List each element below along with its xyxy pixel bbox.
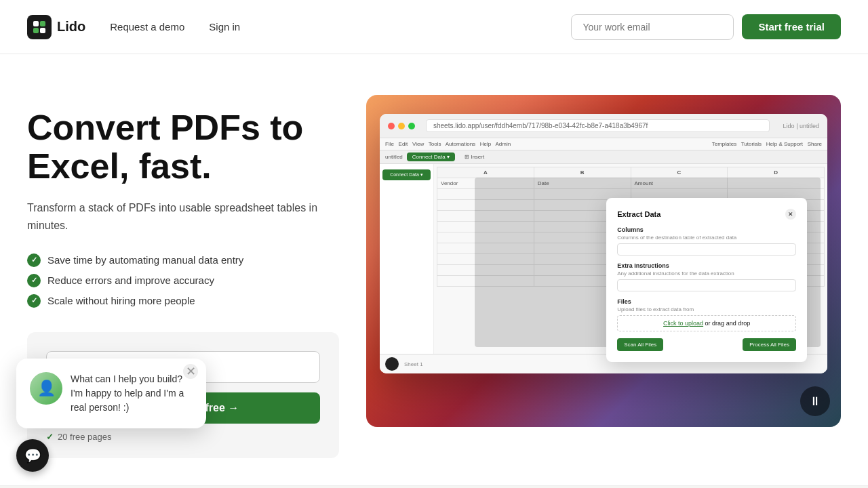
modal-title: Extract Data [617, 210, 660, 218]
feature-item-1: Save time by automating manual data entr… [27, 253, 339, 267]
columns-desc: Columns of the destination table of extr… [617, 235, 796, 241]
request-demo-link[interactable]: Request a demo [110, 21, 184, 33]
nav-email-input[interactable] [571, 14, 734, 40]
svg-rect-1 [40, 21, 45, 26]
modal-overlay: Extract Data ✕ Columns Columns of the de… [475, 178, 821, 347]
extra-desc: Any additional instructions for the data… [617, 270, 796, 277]
nav-left: Lido Request a demo Sign in [27, 15, 240, 39]
files-label: Files [617, 298, 796, 305]
browser-main: A B C D VendorDateAmount [434, 164, 827, 354]
modal-close-button[interactable]: ✕ [785, 209, 796, 220]
dot-red [388, 123, 395, 129]
modal-files-section: Files Upload files to extract data from … [617, 298, 796, 331]
browser-bar: sheets.lido.app/user/fddh4emb/717/98b-e0… [380, 114, 827, 138]
browser-tab-label: Lido | untitled [783, 123, 819, 129]
connect-data-btn[interactable]: Connect Data ▾ [407, 152, 455, 161]
toolbar-right: Templates Tutorials Help & Support Share [712, 141, 822, 147]
modal-footer: Scan All Files Process All Files [617, 338, 796, 351]
modal-header: Extract Data ✕ [617, 209, 796, 220]
extract-modal: Extract Data ✕ Columns Columns of the de… [606, 198, 807, 362]
dot-green [408, 123, 415, 129]
hero-right: sheets.lido.app/user/fddh4emb/717/98b-e0… [366, 95, 841, 427]
svg-rect-3 [40, 28, 45, 33]
navbar: Lido Request a demo Sign in Start free t… [0, 0, 868, 54]
files-drag-text: or drag and drop [705, 320, 751, 327]
sidebar-connect-btn[interactable]: Connect Data ▾ [382, 169, 431, 180]
trust-bar: Trusted by hundreds of finance and opera… [0, 485, 868, 488]
record-btn[interactable] [385, 357, 399, 371]
feature-item-2: Reduce errors and improve accuracy [27, 274, 339, 287]
feature-item-3: Scale without hiring more people [27, 294, 339, 308]
start-trial-button[interactable]: Start free trial [742, 14, 841, 39]
sign-in-link[interactable]: Sign in [209, 21, 240, 33]
chat-popup: ✕ 👤 What can I help you build? I'm happy… [16, 359, 206, 428]
sheet-tab: Sheet 1 [404, 361, 423, 367]
files-desc: Upload files to extract data from [617, 306, 796, 312]
browser-frame: sheets.lido.app/user/fddh4emb/717/98b-e0… [380, 114, 827, 373]
screenshot-wrapper: sheets.lido.app/user/fddh4emb/717/98b-e0… [366, 95, 841, 427]
process-all-button[interactable]: Process All Files [743, 338, 796, 351]
formula-bar-icons: ⊞ Insert [465, 154, 484, 160]
extra-input[interactable] [617, 279, 796, 291]
browser-dots [388, 123, 415, 129]
check-icon-1 [27, 253, 41, 267]
logo-text: Lido [57, 19, 85, 35]
logo-link[interactable]: Lido [27, 15, 85, 39]
extra-label: Extra Instructions [617, 262, 796, 269]
columns-input[interactable] [617, 243, 796, 256]
chat-message: What can I help you build? I'm happy to … [71, 372, 193, 415]
chat-avatar: 👤 [30, 372, 62, 405]
scan-all-button[interactable]: Scan All Files [617, 338, 663, 351]
hero-feature-list: Save time by automating manual data entr… [27, 253, 339, 308]
toolbar-items: File Edit View Tools Automations Help Ad… [385, 141, 511, 147]
browser-content: Connect Data ▾ A B C D VendorDateAmount [380, 164, 827, 354]
logo-icon [27, 15, 52, 39]
col-header-a: A [437, 167, 534, 178]
columns-label: Columns [617, 226, 796, 233]
svg-rect-0 [33, 21, 39, 26]
col-header-b: B [534, 167, 631, 178]
sheet-name: untitled [385, 154, 403, 160]
cta-note: ✓ 20 free pages [46, 432, 320, 442]
files-upload-area[interactable]: Click to upload or drag and drop [617, 315, 796, 331]
browser-formula-bar: untitled Connect Data ▾ ⊞ Insert [380, 150, 827, 164]
modal-extra-section: Extra Instructions Any additional instru… [617, 262, 796, 291]
browser-sidebar: Connect Data ▾ [380, 164, 434, 354]
col-header-d: D [728, 167, 825, 178]
hero-subtitle: Transform a stack of PDFs into usable sp… [27, 199, 339, 234]
check-icon-3 [27, 294, 41, 308]
browser-toolbar: File Edit View Tools Automations Help Ad… [380, 138, 827, 150]
browser-url: sheets.lido.app/user/fddh4emb/717/98b-e0… [426, 119, 770, 132]
modal-columns-section: Columns Columns of the destination table… [617, 226, 796, 256]
chat-widget: ✕ 👤 What can I help you build? I'm happy… [16, 439, 49, 472]
col-header-c: C [631, 167, 728, 178]
chat-bubble-button[interactable] [16, 439, 49, 472]
files-upload-link[interactable]: Click to upload [663, 320, 703, 327]
dot-yellow [398, 123, 405, 129]
svg-rect-2 [33, 28, 39, 33]
pause-button[interactable] [800, 386, 830, 416]
chat-close-button[interactable]: ✕ [183, 364, 198, 379]
check-icon-2 [27, 274, 41, 287]
nav-right: Start free trial [571, 14, 841, 40]
hero-title: Convert PDFs to Excel, fast. [27, 108, 339, 186]
